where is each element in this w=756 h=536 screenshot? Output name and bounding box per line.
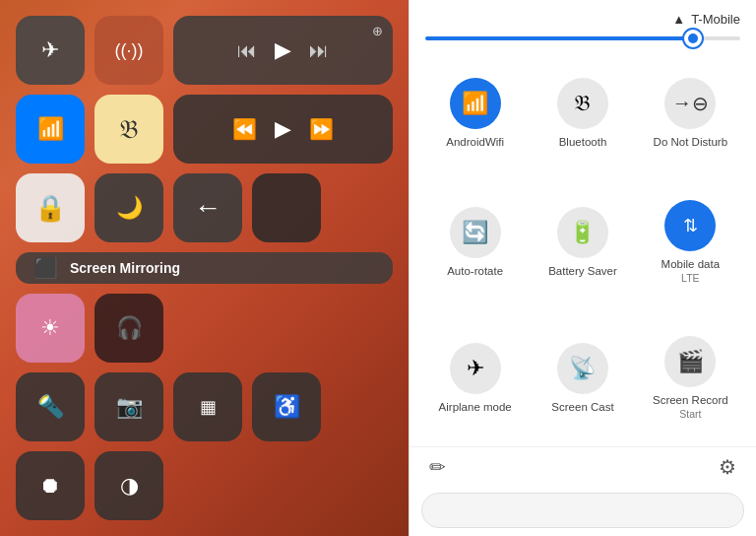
accessibility-tile[interactable]: ♿	[252, 372, 321, 441]
headphone-icon: 🎧	[116, 315, 143, 341]
autorotate-label: Auto-rotate	[447, 264, 503, 279]
sun-icon: ☀	[40, 315, 60, 341]
torch-tile[interactable]: 🔦	[16, 372, 85, 441]
qs-wifi[interactable]: 📶 AndroidWifi	[421, 52, 529, 174]
brightness-control-block: ⏪ ▶ ⏩	[173, 95, 393, 164]
qs-dnd[interactable]: → ⊖ Do Not Disturb	[637, 52, 744, 174]
camera-tile[interactable]: 📷	[94, 372, 163, 441]
back-icon-tile[interactable]: ←	[173, 173, 242, 242]
autorotate-circle: 🔄	[450, 207, 501, 258]
brightness-thumb[interactable]	[682, 28, 704, 49]
bluetooth-tile[interactable]: 𝔅	[94, 95, 163, 164]
screencast-circle: 📡	[557, 343, 608, 394]
bluetooth-icon: 𝔅	[119, 114, 139, 145]
rewind-icon[interactable]: ⏮	[237, 39, 257, 62]
mobiledata-circle: ⇅	[664, 200, 716, 251]
cellular-icon: ((·))	[115, 40, 144, 61]
airplane-circle: ✈	[450, 343, 501, 394]
airplane-label: Airplane mode	[439, 400, 512, 415]
camera-icon: 📷	[116, 394, 143, 420]
edit-button[interactable]: ✏	[429, 455, 446, 479]
media-control-block: ⊕ ⏮ ▶ ⏭	[173, 16, 393, 85]
qr-code-tile[interactable]: ▦	[173, 372, 242, 441]
mobile-data-icon: ⇅	[683, 215, 698, 236]
screen-mirroring-label: Screen Mirroring	[70, 260, 180, 276]
wifi-label: AndroidWifi	[446, 135, 504, 150]
ios-row-1: ✈ ((·)) ⊕ ⏮ ▶ ⏭	[16, 16, 393, 85]
mobiledata-label: Mobile data LTE	[662, 257, 720, 286]
cast-qs-icon: 📡	[569, 356, 596, 381]
status-bar: ▲ T-Mobile	[410, 0, 756, 33]
qs-screen-record[interactable]: 🎬 Screen Record Start	[637, 310, 744, 446]
prev-track-icon[interactable]: ⏪	[232, 117, 257, 141]
play-pause-icon[interactable]: ▶	[275, 116, 291, 142]
next-track-icon[interactable]: ⏩	[309, 117, 334, 141]
brightness-slider[interactable]	[425, 36, 740, 40]
dark-mode-tile[interactable]	[252, 173, 321, 242]
screen-mirroring-tile[interactable]: ⬛ Screen Mirroring	[16, 252, 393, 284]
moon-icon: 🌙	[116, 195, 143, 221]
signal-icon: ▲	[672, 12, 685, 27]
android-quick-settings: ▲ T-Mobile 📶 AndroidWifi 𝔅 Bluetooth	[409, 0, 756, 536]
quick-settings-grid: 📶 AndroidWifi 𝔅 Bluetooth → ⊖ Do Not Dis…	[410, 52, 756, 446]
ios-control-center: ✈ ((·)) ⊕ ⏮ ▶ ⏭ 📶 𝔅 ⏪ ▶ ⏩ 🔒 🌙	[0, 0, 409, 536]
headphone-tile[interactable]: 🎧	[94, 294, 163, 363]
rotate-icon: 🔄	[462, 220, 488, 245]
ios-row-5: 🔦 📷 ▦ ♿	[16, 372, 393, 441]
arrow-left-icon: ←	[194, 192, 221, 224]
bluetooth-circle: 𝔅	[557, 78, 608, 129]
screenrecord-circle: 🎬	[664, 336, 716, 387]
airplane-qs-icon: ✈	[467, 356, 484, 381]
contrast-icon: ◑	[120, 473, 139, 499]
flashlight-icon: 🔦	[37, 394, 64, 420]
settings-button[interactable]: ⚙	[719, 455, 736, 479]
battery-circle: 🔋	[557, 207, 608, 258]
carrier-label: T-Mobile	[691, 12, 740, 27]
do-not-disturb-tile[interactable]: 🌙	[94, 173, 163, 242]
arrow-right-icon: →	[672, 92, 692, 114]
screenrecord-label: Screen Record Start	[653, 393, 728, 422]
brightness-thumb-inner	[688, 34, 698, 43]
brightness-tile[interactable]: ☀	[16, 294, 85, 363]
ios-row-2: 📶 𝔅 ⏪ ▶ ⏩	[16, 95, 393, 164]
airplane-icon: ✈	[41, 37, 59, 63]
forward-icon[interactable]: ⏭	[309, 39, 329, 62]
record-tile[interactable]: ⏺	[16, 451, 85, 520]
bluetooth-qs-icon: 𝔅	[574, 91, 591, 116]
ios-row-4: ☀ 🎧	[16, 294, 393, 363]
ios-row-6: ⏺ ◑	[16, 451, 393, 520]
airplay-icon: ⊕	[372, 24, 383, 38]
battery-icon: 🔋	[569, 220, 596, 245]
smart-invert-tile[interactable]: ◑	[94, 451, 163, 520]
screen-mirror-icon: ⬛	[33, 256, 58, 280]
wifi-qs-icon: 📶	[462, 91, 488, 116]
cellular-tile[interactable]: ((·))	[94, 16, 163, 85]
play-icon[interactable]: ▶	[275, 37, 291, 63]
lock-rotation-icon: 🔒	[34, 193, 66, 224]
dnd-label: Do Not Disturb	[654, 135, 727, 150]
android-footer: ✏ ⚙	[410, 446, 756, 489]
record-qs-icon: 🎬	[677, 349, 704, 374]
accessibility-icon: ♿	[274, 394, 300, 420]
search-bar[interactable]	[421, 493, 744, 528]
battery-label: Battery Saver	[548, 264, 617, 279]
screencast-label: Screen Cast	[551, 400, 613, 415]
screen-lock-tile[interactable]: 🔒	[16, 173, 85, 242]
brightness-slider-container[interactable]	[410, 33, 756, 52]
qs-bluetooth[interactable]: 𝔅 Bluetooth	[529, 52, 636, 174]
qs-autorotate[interactable]: 🔄 Auto-rotate	[421, 174, 529, 310]
wifi-circle: 📶	[450, 78, 501, 129]
ios-row-3: 🔒 🌙 ←	[16, 173, 393, 242]
bluetooth-label: Bluetooth	[559, 135, 607, 150]
wifi-tile[interactable]: 📶	[16, 95, 85, 164]
qr-icon: ▦	[200, 396, 217, 418]
qs-airplane[interactable]: ✈ Airplane mode	[421, 310, 529, 446]
dnd-circle-icon: ⊖	[692, 92, 709, 115]
qs-mobile-data[interactable]: ⇅ Mobile data LTE	[637, 174, 744, 310]
qs-battery-saver[interactable]: 🔋 Battery Saver	[529, 174, 636, 310]
wifi-icon: 📶	[37, 116, 64, 142]
dnd-circle: → ⊖	[664, 78, 716, 129]
airplane-mode-tile[interactable]: ✈	[16, 16, 85, 85]
record-circle-icon: ⏺	[39, 473, 61, 499]
qs-screencast[interactable]: 📡 Screen Cast	[529, 310, 636, 446]
